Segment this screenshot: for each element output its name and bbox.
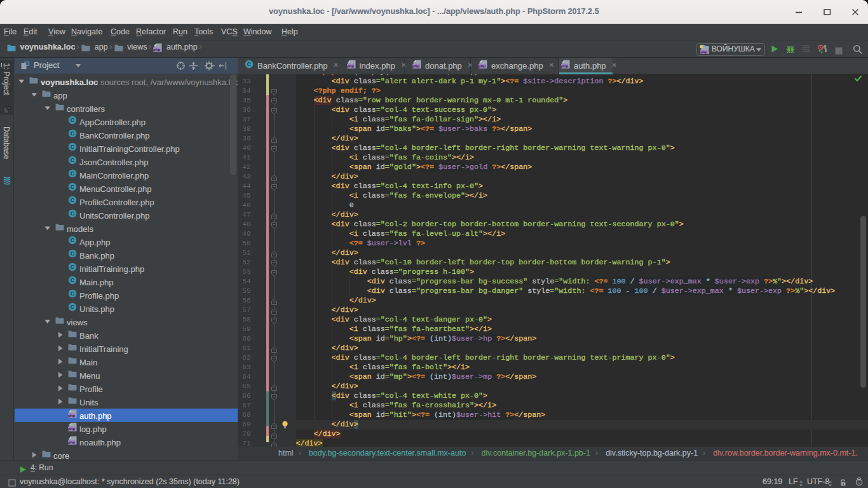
svg-text:C: C: [71, 290, 75, 297]
svg-text:php: php: [412, 64, 420, 68]
svg-text:php: php: [700, 50, 707, 54]
svg-text:C: C: [71, 237, 75, 243]
svg-text:C: C: [71, 304, 75, 310]
svg-text:php: php: [68, 413, 76, 417]
svg-text:C: C: [71, 117, 75, 123]
svg-text:C: C: [71, 264, 75, 270]
svg-text:C: C: [71, 144, 75, 150]
svg-text:C: C: [71, 250, 75, 257]
svg-text:C: C: [71, 210, 75, 217]
svg-text:php: php: [347, 64, 355, 68]
svg-text:php: php: [68, 426, 76, 431]
svg-text:C: C: [71, 184, 75, 190]
svg-text:C: C: [71, 277, 75, 283]
svg-text:C: C: [71, 130, 75, 137]
svg-text:C: C: [71, 157, 75, 163]
svg-text:C: C: [71, 197, 75, 203]
svg-text:php: php: [561, 64, 569, 68]
svg-text:C: C: [71, 170, 75, 177]
svg-text:php: php: [153, 47, 161, 51]
svg-text:php: php: [68, 440, 76, 444]
svg-text:C: C: [247, 61, 252, 67]
svg-text:php: php: [478, 64, 486, 68]
